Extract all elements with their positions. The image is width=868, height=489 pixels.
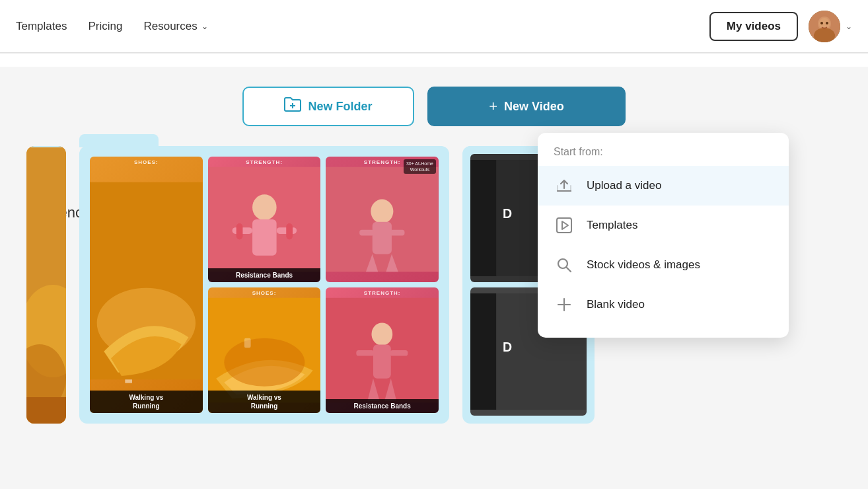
avatar	[809, 11, 840, 42]
svg-point-23	[371, 200, 394, 224]
dropdown-upload-label: Upload a video	[587, 179, 661, 192]
plus-icon: +	[489, 98, 497, 115]
svg-rect-26	[390, 230, 405, 236]
thumb-bottom-label-5: Resistance Bands	[326, 399, 439, 413]
main-content: New Folder + New Video reencast	[0, 67, 868, 443]
svg-rect-21	[286, 223, 293, 239]
svg-rect-33	[357, 350, 375, 356]
svg-rect-17	[252, 219, 277, 256]
thumb-corner-label-3: 30+ At-HomeWorkouts	[404, 159, 436, 174]
new-video-dropdown: Start from: Upload a video Templates	[538, 133, 789, 338]
thumbnail-fitness-1: STRENGTH: Resistance Bands	[208, 157, 321, 282]
dropdown-blank[interactable]: Blank video	[538, 285, 789, 324]
dropdown-templates-label: Templates	[587, 219, 637, 232]
svg-rect-34	[390, 350, 408, 356]
nav-templates[interactable]: Templates	[16, 20, 67, 33]
avatar-image	[809, 11, 840, 42]
svg-rect-29	[244, 338, 251, 348]
thumb-bottom-label-2: Resistance Bands	[208, 268, 321, 282]
thumb-bottom-label-1: Walking vsRunning	[90, 391, 203, 413]
svg-point-5	[826, 22, 828, 24]
svg-rect-36	[470, 160, 496, 276]
thumbnail-shoe-main: SHOES: Walking vsRunning	[90, 157, 203, 413]
svg-point-31	[372, 323, 393, 346]
dropdown-templates[interactable]: Templates	[538, 206, 789, 245]
dropdown-stock[interactable]: Stock videos & images	[538, 245, 789, 285]
templates-icon	[554, 215, 575, 236]
dropdown-upload-video[interactable]: Upload a video	[538, 166, 789, 206]
svg-rect-39	[470, 293, 496, 410]
thumbnail-shoe-2: SHOES: Walking vsRunning	[208, 287, 321, 413]
thumb-bottom-label-4: Walking vsRunning	[208, 391, 321, 413]
svg-rect-20	[236, 223, 242, 239]
upload-icon	[554, 175, 575, 196]
dropdown-blank-label: Blank video	[587, 298, 645, 311]
nav-resources[interactable]: Resources ⌄	[143, 20, 207, 33]
header-right: My videos ⌄	[709, 11, 852, 42]
folder-partial-left	[26, 146, 66, 424]
svg-rect-41	[557, 218, 571, 233]
folder-thumbnail-grid: SHOES: Walking vsRunning STRENGTH:	[90, 157, 439, 413]
thumb-top-label-1: SHOES:	[90, 159, 203, 165]
svg-rect-32	[373, 344, 391, 378]
thumbnail-fitness-2: STRENGTH: 30+ At-HomeWorkouts	[326, 157, 439, 282]
partial-folder-image	[26, 146, 66, 424]
new-folder-button[interactable]: New Folder	[242, 87, 414, 126]
thumb-top-label-4: SHOES:	[208, 290, 321, 296]
nav-pricing[interactable]: Pricing	[88, 20, 122, 33]
search-icon	[554, 254, 575, 276]
dropdown-title: Start from:	[538, 146, 789, 166]
svg-rect-11	[26, 397, 66, 424]
avatar-chevron-icon: ⌄	[846, 22, 852, 31]
chevron-down-icon: ⌄	[201, 22, 208, 31]
header: Templates Pricing Resources ⌄ My videos	[0, 0, 868, 53]
my-videos-button[interactable]: My videos	[709, 12, 798, 41]
svg-point-28	[224, 338, 305, 387]
folder-plus-icon	[284, 97, 301, 116]
svg-point-4	[820, 22, 823, 24]
nav-links: Templates Pricing Resources ⌄	[16, 20, 709, 33]
svg-line-44	[567, 268, 571, 272]
svg-rect-24	[373, 222, 392, 254]
blank-plus-icon	[554, 294, 575, 315]
thumb-top-label-5: STRENGTH:	[326, 290, 439, 296]
svg-point-16	[252, 194, 277, 220]
svg-marker-42	[562, 221, 568, 229]
new-video-button[interactable]: + New Video	[427, 87, 626, 126]
folder-card-main: SHOES: Walking vsRunning STRENGTH:	[79, 146, 449, 424]
avatar-wrap[interactable]: ⌄	[809, 11, 852, 42]
svg-text:D: D	[503, 340, 512, 354]
svg-text:D: D	[503, 206, 512, 221]
dropdown-stock-label: Stock videos & images	[587, 258, 700, 272]
thumb-top-label-2: STRENGTH:	[208, 159, 321, 165]
action-bar: New Folder + New Video	[26, 87, 842, 126]
thumbnail-fitness-3: STRENGTH: Resistance Bands	[326, 287, 439, 413]
svg-rect-25	[360, 230, 375, 236]
svg-rect-14	[125, 379, 132, 383]
